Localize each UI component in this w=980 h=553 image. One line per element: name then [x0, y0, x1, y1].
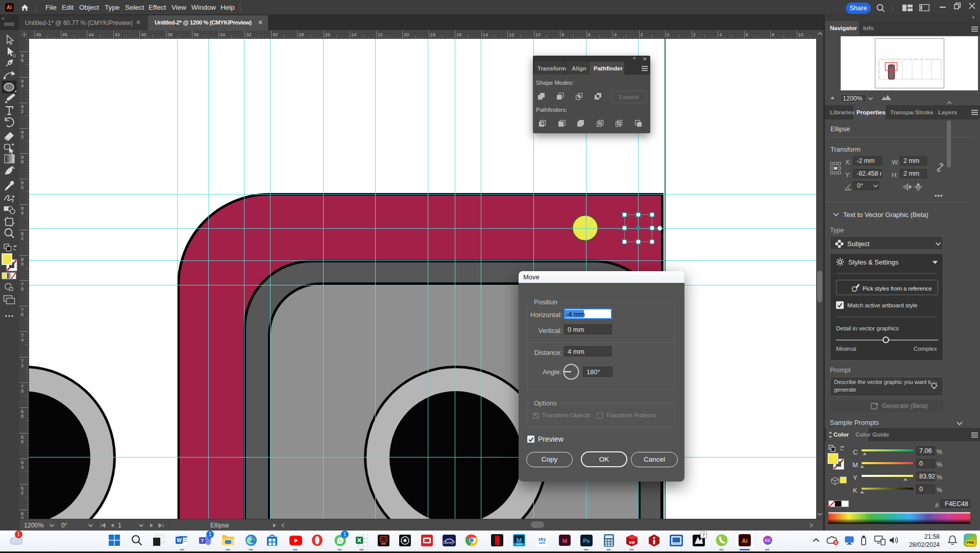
svg-text:SW: SW	[629, 541, 635, 544]
svg-text:W: W	[177, 538, 182, 543]
svg-text:sky: sky	[538, 537, 546, 542]
svg-text:T: T	[201, 538, 204, 543]
svg-text:Ai: Ai	[742, 538, 748, 544]
svg-text:Id: Id	[562, 538, 567, 544]
svg-text:Ps: Ps	[583, 538, 590, 544]
svg-text:Disney+: Disney+	[443, 541, 455, 545]
svg-text:MAYA: MAYA	[517, 543, 522, 545]
svg-text:CC: CC	[765, 538, 771, 543]
